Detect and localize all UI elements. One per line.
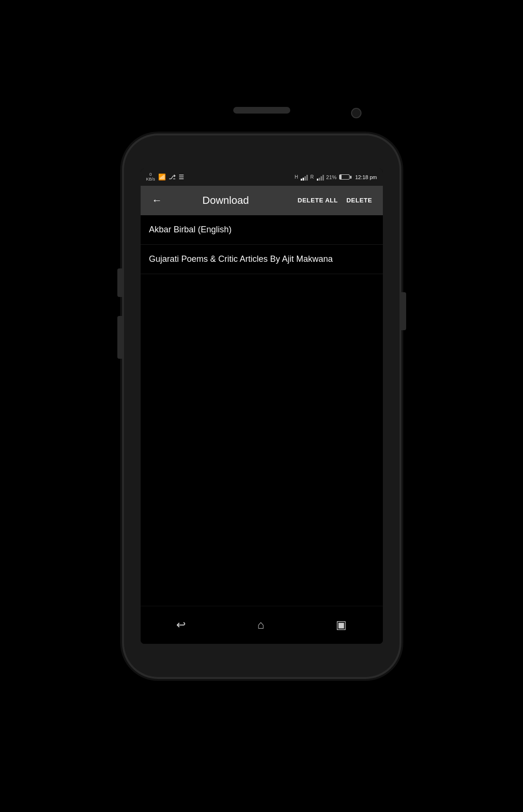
app-bar: ← Download DELETE ALL DELETE <box>141 186 383 215</box>
wifi-icon: 📶 <box>158 173 166 181</box>
list-item-text: Gujarati Poems & Critic Articles By Ajit… <box>149 254 333 264</box>
downloads-list: Akbar Birbal (English) Gujarati Poems & … <box>141 215 383 606</box>
volume-up-button[interactable] <box>117 268 122 297</box>
power-button[interactable] <box>401 292 406 330</box>
list-item-text: Akbar Birbal (English) <box>149 225 232 234</box>
kb-indicator: 0 KB/s <box>146 172 155 182</box>
signal-bars-2 <box>317 174 324 181</box>
phone-screen: 0 KB/s 📶 ⎇ ☰ H R 21% <box>141 169 383 644</box>
status-bar: 0 KB/s 📶 ⎇ ☰ H R 21% <box>141 169 383 186</box>
phone-device: 0 KB/s 📶 ⎇ ☰ H R 21% <box>124 135 399 677</box>
home-nav-button[interactable]: ⌂ <box>253 613 269 636</box>
delete-button[interactable]: DELETE <box>343 195 375 206</box>
nav-bar: ↩ ⌂ ▣ <box>141 606 383 644</box>
volume-down-button[interactable] <box>117 316 122 359</box>
bars-icon: ☰ <box>179 173 184 181</box>
list-item[interactable]: Gujarati Poems & Critic Articles By Ajit… <box>141 245 383 274</box>
screen-title: Download <box>162 194 290 207</box>
r-network-label: R <box>310 174 314 180</box>
usb-icon: ⎇ <box>169 173 176 181</box>
recents-nav-button[interactable]: ▣ <box>331 613 352 636</box>
list-item[interactable]: Akbar Birbal (English) <box>141 215 383 245</box>
speaker <box>233 107 290 114</box>
delete-all-button[interactable]: DELETE ALL <box>295 195 341 206</box>
signal-bars-1 <box>301 174 308 181</box>
back-nav-button[interactable]: ↩ <box>171 613 190 636</box>
app-bar-actions: DELETE ALL DELETE <box>295 195 375 206</box>
time-display: 12:18 pm <box>355 174 377 180</box>
battery-icon <box>339 174 352 180</box>
battery-percent: 21% <box>326 174 337 180</box>
front-camera <box>351 108 361 118</box>
h-network-label: H <box>295 174 298 180</box>
